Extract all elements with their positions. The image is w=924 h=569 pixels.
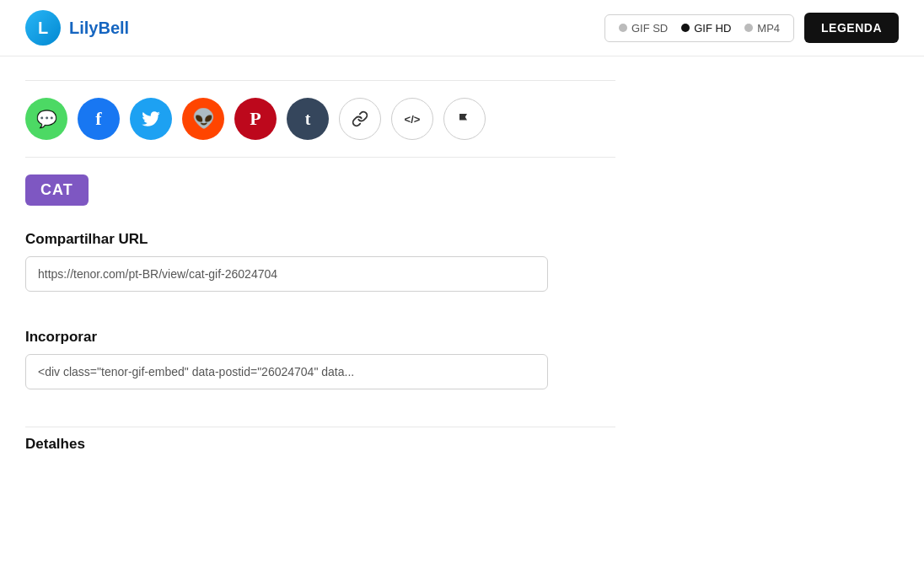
format-toggle: GIF SD GIF HD MP4	[604, 14, 794, 42]
detalhes-label: Detalhes	[25, 427, 615, 453]
share-code-icon[interactable]: </>	[391, 98, 433, 140]
header: L LilyBell GIF SD GIF HD MP4 LEGENDA	[0, 0, 924, 56]
content: 💬 f 👽 P t </> CAT Compartilhar URL	[0, 56, 641, 470]
share-url-input[interactable]	[25, 256, 548, 292]
share-url-label: Compartilhar URL	[25, 231, 615, 248]
format-dot-sd	[619, 24, 627, 32]
embed-section: Incorporar	[25, 329, 615, 410]
share-facebook-icon[interactable]: f	[78, 98, 120, 140]
format-mp4[interactable]: MP4	[744, 22, 780, 35]
logo-name: LilyBell	[69, 19, 129, 38]
logo-area[interactable]: L LilyBell	[25, 10, 129, 46]
share-flag-icon[interactable]	[443, 98, 486, 140]
legenda-button[interactable]: LEGENDA	[804, 13, 899, 43]
format-gif-sd[interactable]: GIF SD	[619, 22, 668, 35]
share-row: 💬 f 👽 P t </>	[25, 98, 615, 140]
divider-top	[25, 80, 615, 81]
share-url-section: Compartilhar URL	[25, 231, 615, 312]
share-reddit-icon[interactable]: 👽	[182, 98, 224, 140]
format-gif-hd[interactable]: GIF HD	[681, 22, 731, 35]
share-twitter-icon[interactable]	[130, 98, 172, 140]
format-dot-mp4	[744, 24, 753, 32]
share-link-icon[interactable]	[339, 98, 381, 140]
share-message-icon[interactable]: 💬	[25, 98, 67, 140]
cat-tag-badge[interactable]: CAT	[25, 174, 89, 206]
embed-label: Incorporar	[25, 329, 615, 346]
header-right: GIF SD GIF HD MP4 LEGENDA	[604, 13, 899, 43]
divider-mid	[25, 157, 615, 158]
share-pinterest-icon[interactable]: P	[234, 98, 277, 140]
format-dot-hd	[681, 24, 690, 32]
share-tumblr-icon[interactable]: t	[287, 98, 329, 140]
embed-input[interactable]	[25, 354, 548, 389]
logo-icon: L	[25, 10, 61, 46]
